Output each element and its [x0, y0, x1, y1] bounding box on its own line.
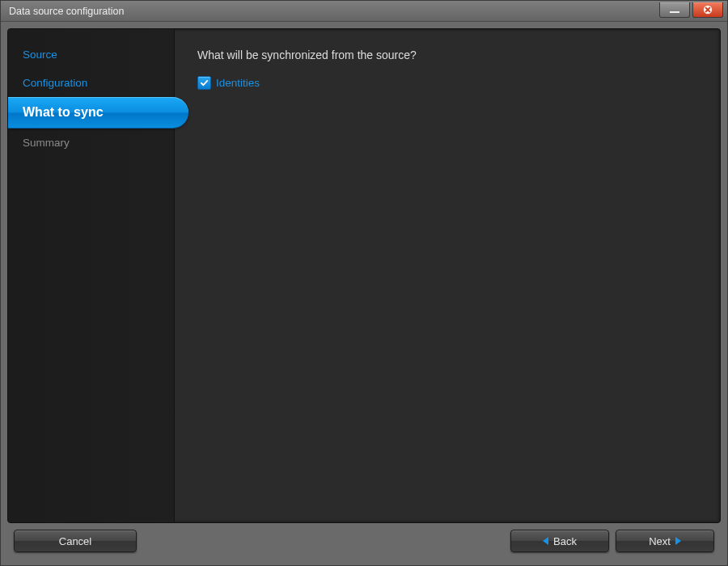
cancel-button[interactable]: Cancel	[14, 530, 137, 552]
wizard-footer: Cancel Back Next	[7, 523, 721, 559]
nav-label: Summary	[23, 137, 70, 149]
close-icon	[703, 5, 713, 15]
nav-item-source[interactable]: Source	[8, 40, 174, 69]
checkbox-label: Identities	[216, 77, 260, 89]
wizard-content: What will be synchronized from the sourc…	[175, 29, 720, 522]
button-label: Next	[649, 535, 671, 547]
chevron-left-icon	[543, 537, 548, 545]
nav-item-what-to-sync[interactable]: What to sync	[8, 97, 188, 129]
checkbox-identities[interactable]	[197, 76, 211, 90]
nav-label: Configuration	[23, 77, 87, 89]
close-button[interactable]	[692, 2, 723, 18]
check-icon	[200, 78, 209, 87]
dialog-window: Data source configuration Source Configu…	[0, 0, 728, 566]
option-identities[interactable]: Identities	[197, 76, 697, 90]
client-area: Source Configuration What to sync Summar…	[1, 22, 727, 565]
back-button[interactable]: Back	[510, 530, 609, 552]
window-title: Data source configuration	[1, 6, 659, 17]
minimize-icon	[670, 11, 679, 13]
button-label: Back	[553, 535, 577, 547]
button-label: Cancel	[59, 535, 91, 547]
wizard-sidebar: Source Configuration What to sync Summar…	[8, 29, 175, 522]
nav-item-summary[interactable]: Summary	[8, 129, 174, 157]
nav-label: What to sync	[23, 105, 104, 119]
minimize-button[interactable]	[659, 2, 690, 18]
nav-label: Source	[23, 49, 57, 61]
title-bar[interactable]: Data source configuration	[1, 1, 727, 22]
chevron-right-icon	[675, 537, 681, 545]
content-heading: What will be synchronized from the sourc…	[197, 49, 697, 61]
next-button[interactable]: Next	[616, 530, 714, 552]
nav-item-configuration[interactable]: Configuration	[8, 69, 174, 97]
wizard-body: Source Configuration What to sync Summar…	[7, 28, 721, 523]
